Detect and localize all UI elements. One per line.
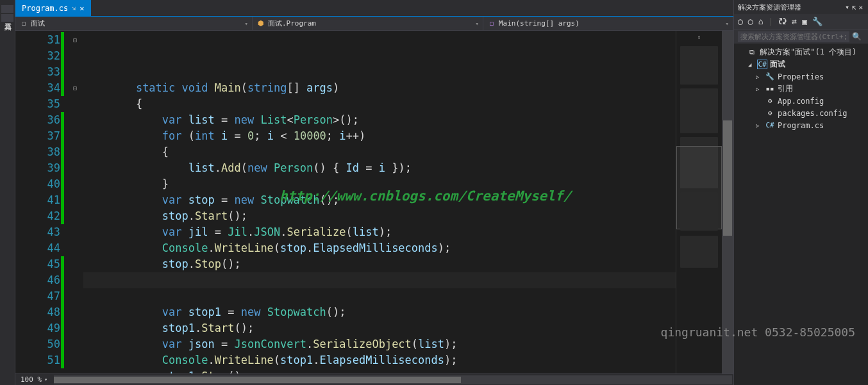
properties-node[interactable]: ▷ 🔧 Properties — [734, 70, 868, 83]
server-explorer-tab[interactable]: 服务器资源管理器 — [1, 5, 13, 13]
nav-method: Main(string[] args) — [499, 19, 580, 28]
close-icon[interactable]: ✕ — [858, 3, 863, 12]
appconfig-node[interactable]: ⚙ App.config — [734, 95, 868, 107]
editor-tab-strip: Program.cs ⇲ ✕ — [15, 0, 733, 17]
references-node[interactable]: ▷ ▪▪ 引用 — [734, 83, 868, 95]
home-icon[interactable]: ⌂ — [758, 17, 764, 26]
expand-icon[interactable]: ▷ — [756, 122, 762, 129]
search-icon[interactable]: 🔍 — [849, 32, 864, 41]
scroll-arrows-icon[interactable]: ⇕ — [676, 33, 722, 40]
solution-node[interactable]: ⧉ 解决方案"面试"(1 个项目) — [734, 46, 868, 58]
nav-method-dropdown[interactable]: ◻ Main(string[] args) ▾ — [483, 17, 733, 30]
panel-title: 解决方案资源管理器 — [738, 3, 801, 12]
nav-class: 面试.Program — [268, 19, 316, 28]
class-icon: ⬢ — [256, 19, 265, 28]
toolbox-tab[interactable]: 工具箱 — [1, 14, 13, 22]
expand-icon[interactable]: ▷ — [756, 86, 762, 92]
config-icon: ⚙ — [765, 109, 775, 117]
chevron-down-icon: ▾ — [726, 20, 729, 27]
solution-search-input[interactable] — [738, 31, 849, 42]
back-icon[interactable]: ◯ — [738, 17, 743, 26]
method-icon: ◻ — [487, 19, 496, 28]
code-minimap[interactable]: ⇕ — [676, 31, 722, 373]
expand-icon[interactable]: ◢ — [748, 61, 755, 68]
tab-program-cs[interactable]: Program.cs ⇲ ✕ — [15, 0, 91, 16]
project-node[interactable]: ◢ C# 面试 — [734, 58, 868, 70]
expand-icon[interactable]: ▷ — [756, 74, 762, 80]
forward-icon[interactable]: ◯ — [748, 17, 753, 26]
solution-explorer-title-bar[interactable]: 解决方案资源管理器 ▾ ⇱ ✕ — [734, 0, 868, 14]
code-area[interactable]: http://www.cnblogs.com/CreateMyself/ sta… — [81, 31, 676, 373]
programcs-node[interactable]: ▷ C# Program.cs — [734, 119, 868, 131]
solution-explorer-toolbar: ◯ ◯ ⌂ | 🗘 ⇄ ▣ 🔧 — [734, 14, 868, 29]
fold-column[interactable]: ⊟⊟ — [69, 31, 81, 373]
pin-icon[interactable]: ⇲ — [72, 4, 76, 12]
navigation-bar: ☐ 面试 ▾ ⬢ 面试.Program ▾ ◻ Main(string[] ar… — [15, 17, 733, 31]
references-icon: ▪▪ — [765, 85, 775, 93]
project-icon: ☐ — [19, 19, 28, 28]
solution-icon: ⧉ — [747, 48, 757, 56]
nav-class-dropdown[interactable]: ⬢ 面试.Program ▾ — [253, 17, 483, 30]
chevron-down-icon: ▾ — [44, 377, 47, 382]
editor-status-bar: 100 % ▾ — [15, 373, 733, 385]
solution-search: 🔍 — [734, 29, 868, 44]
properties-icon[interactable]: 🔧 — [812, 17, 822, 26]
horizontal-scrollbar[interactable] — [54, 375, 732, 384]
sync-icon[interactable]: ⇄ — [792, 17, 797, 26]
dropdown-icon[interactable]: ▾ — [845, 3, 849, 12]
pin-icon[interactable]: ⇱ — [852, 3, 856, 12]
wrench-icon: 🔧 — [765, 72, 775, 81]
chevron-down-icon: ▾ — [476, 20, 479, 27]
vertical-scrollbar[interactable] — [722, 31, 733, 373]
refresh-icon[interactable]: 🗘 — [778, 17, 787, 26]
show-all-icon[interactable]: ▣ — [802, 17, 807, 26]
line-number-gutter: 3132333435363738394041424344454647484950… — [15, 31, 69, 373]
zoom-level[interactable]: 100 % ▾ — [15, 375, 53, 384]
nav-project-dropdown[interactable]: ☐ 面试 ▾ — [15, 17, 253, 30]
tab-title: Program.cs — [22, 4, 68, 13]
chevron-down-icon: ▾ — [245, 20, 248, 27]
csharp-project-icon: C# — [757, 60, 767, 69]
left-toolbox: 服务器资源管理器 工具箱 — [0, 0, 15, 385]
close-icon[interactable]: ✕ — [79, 4, 84, 13]
solution-tree: ⧉ 解决方案"面试"(1 个项目) ◢ C# 面试 ▷ 🔧 Properties… — [734, 44, 868, 385]
config-icon: ⚙ — [765, 97, 775, 105]
code-editor[interactable]: 3132333435363738394041424344454647484950… — [15, 31, 733, 373]
nav-scope: 面试 — [31, 19, 45, 28]
packagesconfig-node[interactable]: ⚙ packages.config — [734, 107, 868, 119]
csharp-file-icon: C# — [765, 121, 775, 129]
solution-explorer: 解决方案资源管理器 ▾ ⇱ ✕ ◯ ◯ ⌂ | 🗘 ⇄ ▣ 🔧 🔍 ⧉ 解决方案… — [733, 0, 868, 385]
